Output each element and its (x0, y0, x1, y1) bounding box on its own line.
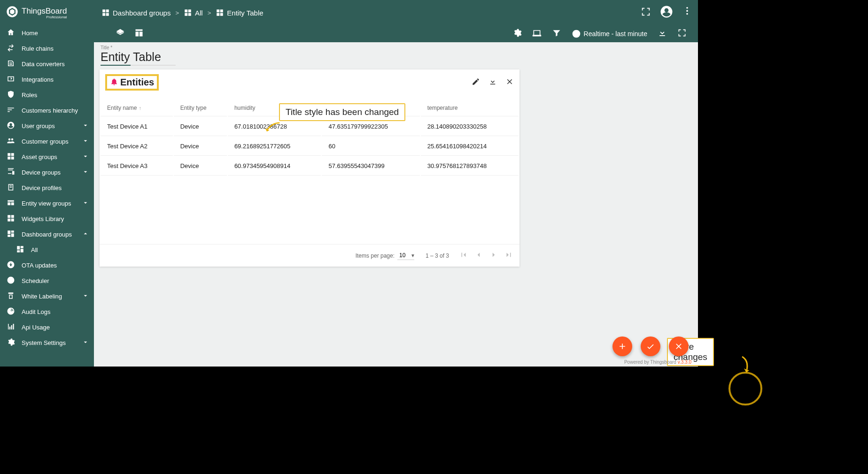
fullscreen-icon[interactable] (641, 7, 651, 19)
cell-pressure: 60 (322, 137, 419, 156)
sidebar-item-audit-logs[interactable]: Audit Logs (0, 304, 94, 320)
callout-title-changed: Title style has been changed (279, 103, 405, 121)
sidebar-item-label: Api Usage (22, 324, 50, 331)
cell-temperature: 28.140890203330258 (421, 117, 519, 136)
cell-type: Device (174, 117, 227, 136)
sidebar-item-label: OTA updates (22, 262, 57, 269)
sidebar-item-entity-view-groups[interactable]: Entity view groups (0, 196, 94, 211)
profile-icon (7, 183, 15, 193)
sidebar-item-scheduler[interactable]: Scheduler (0, 273, 94, 289)
download-widget-icon[interactable] (488, 77, 497, 88)
sidebar-item-data-converters[interactable]: Data converters (0, 56, 94, 72)
dashboard-title[interactable]: Entity Table (101, 50, 691, 64)
callout-ring (728, 372, 762, 405)
entity-table-widget: Entities Entity name↑ Entity type humidi… (100, 69, 519, 267)
grid-icon (7, 152, 15, 162)
expand-icon[interactable] (677, 28, 687, 39)
chart-icon (7, 322, 15, 332)
page-last-icon[interactable] (504, 251, 513, 260)
sidebar-item-dashboard-groups[interactable]: Dashboard groups (0, 227, 94, 242)
cell-temperature: 30.975768127893748 (421, 157, 519, 176)
chevron-icon (82, 230, 89, 239)
sidebar-item-roles[interactable]: Roles (0, 87, 94, 103)
sidebar-item-system-settings[interactable]: System Settings (0, 335, 94, 351)
sidebar-item-label: Device groups (22, 169, 61, 176)
cell-humidity: 69.21689251772605 (228, 137, 321, 156)
fab-row (612, 336, 689, 356)
breadcrumb-item-current[interactable]: Entity Table (216, 8, 263, 17)
items-per-page-select[interactable]: 10 (397, 251, 414, 260)
items-per-page: Items per page: 10 ▼ (356, 251, 415, 260)
time-selector[interactable]: Realtime - last minute (572, 29, 647, 38)
widget-header: Entities (100, 69, 519, 92)
cancel-button[interactable] (669, 336, 689, 356)
edit-icon[interactable] (472, 77, 480, 88)
sidebar-item-white-labeling[interactable]: White Labeling (0, 289, 94, 304)
sidebar-item-integrations[interactable]: Integrations (0, 72, 94, 87)
sidebar-item-widgets-library[interactable]: Widgets Library (0, 211, 94, 227)
devices-icon (7, 168, 15, 177)
table-row[interactable]: Test Device A2Device69.21689251772605602… (101, 137, 519, 156)
logo-icon (6, 5, 19, 20)
page-first-icon[interactable] (459, 251, 468, 260)
layers-icon[interactable] (116, 28, 125, 39)
add-button[interactable] (612, 336, 632, 356)
input-icon (7, 75, 15, 84)
widgets-icon (7, 214, 15, 224)
footer: Powered by Thingsboard v.3.3.0 (624, 359, 691, 365)
page-prev-icon[interactable] (474, 251, 483, 260)
schedule-icon (7, 276, 15, 286)
breadcrumb-label: Dashboard groups (113, 9, 170, 17)
account-icon[interactable] (659, 5, 674, 21)
save-button[interactable] (641, 336, 660, 356)
sidebar-item-all[interactable]: All (0, 242, 94, 258)
col-entity-name[interactable]: Entity name↑ (101, 100, 173, 116)
sidebar-item-user-groups[interactable]: User groups (0, 118, 94, 134)
chevron-icon (82, 168, 89, 177)
breadcrumb-sep: > (175, 9, 179, 16)
sidebar-item-label: Customers hierarchy (22, 107, 78, 114)
sidebar-item-api-usage[interactable]: Api Usage (0, 320, 94, 335)
breadcrumb-label: All (195, 9, 203, 17)
sidebar-item-device-groups[interactable]: Device groups (0, 165, 94, 180)
chevron-icon (82, 338, 89, 347)
sidebar-item-asset-groups[interactable]: Asset groups (0, 149, 94, 165)
filter-icon[interactable] (552, 28, 561, 39)
breadcrumb-item-all[interactable]: All (184, 8, 203, 17)
callout-arrow-icon (264, 121, 280, 134)
title-field-label: Title * (101, 45, 691, 50)
close-widget-icon[interactable] (505, 77, 514, 88)
chevron-icon (82, 137, 89, 146)
table-row[interactable]: Test Device A3Device60.9734595490891457.… (101, 157, 519, 176)
sidebar-item-label: Asset groups (22, 153, 57, 161)
col-entity-type[interactable]: Entity type (174, 100, 227, 116)
sidebar-item-label: System Settings (22, 339, 66, 346)
sidebar-item-rule-chains[interactable]: Rule chains (0, 41, 94, 56)
settings-icon[interactable] (512, 28, 522, 39)
chevron-icon (82, 153, 89, 161)
cell-name: Test Device A2 (101, 137, 173, 156)
entity-alias-icon[interactable] (532, 28, 542, 39)
sidebar-item-home[interactable]: Home (0, 25, 94, 41)
sidebar-item-customers-hierarchy[interactable]: Customers hierarchy (0, 103, 94, 118)
time-label: Realtime - last minute (584, 30, 647, 38)
breadcrumb-item-groups[interactable]: Dashboard groups (101, 8, 170, 17)
col-temperature[interactable]: temperature (421, 100, 519, 116)
layout-icon[interactable] (134, 28, 144, 39)
main-content: Title * Entity Table Entities En (94, 42, 698, 367)
page-next-icon[interactable] (489, 251, 498, 260)
dashboard-toolbar: Realtime - last minute (94, 25, 698, 42)
bell-icon (110, 77, 118, 88)
top-header: ThingsBoard Professional Dashboard group… (0, 0, 698, 25)
sidebar-item-device-profiles[interactable]: Device profiles (0, 180, 94, 196)
download-icon[interactable] (658, 28, 667, 39)
sidebar-item-label: Rule chains (22, 45, 54, 52)
sidebar-item-label: Entity view groups (22, 200, 71, 207)
page-range: 1 – 3 of 3 (426, 252, 449, 259)
sidebar-item-customer-groups[interactable]: Customer groups (0, 134, 94, 149)
settings-icon (7, 338, 15, 348)
cell-name: Test Device A3 (101, 157, 173, 176)
logo[interactable]: ThingsBoard Professional (0, 5, 94, 20)
sidebar-item-ota-updates[interactable]: OTA updates (0, 258, 94, 273)
more-vert-icon[interactable] (682, 7, 692, 19)
